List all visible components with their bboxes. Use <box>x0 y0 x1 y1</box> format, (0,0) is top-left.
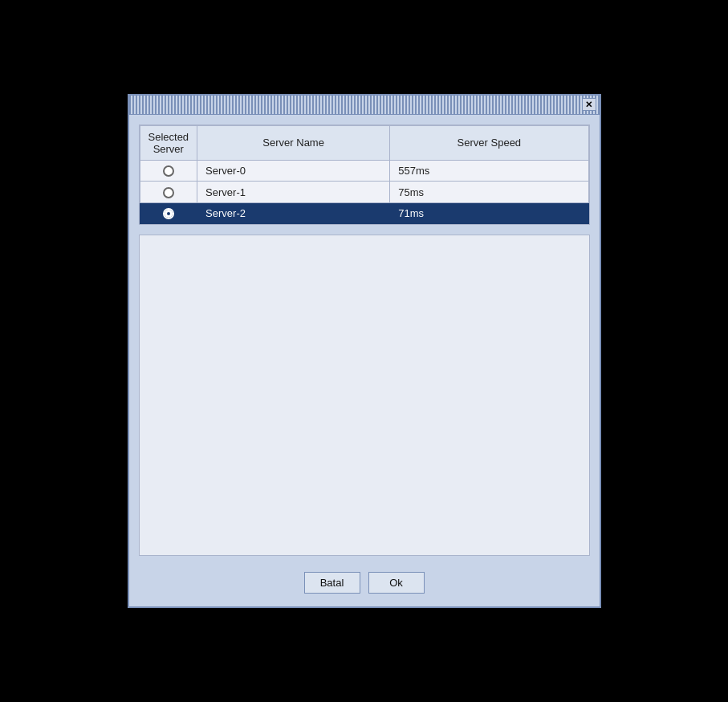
radio-icon-unselected <box>163 187 174 198</box>
radio-icon-selected <box>163 208 174 219</box>
server-speed-cell: 71ms <box>390 202 588 224</box>
empty-content-area <box>139 235 590 556</box>
server-name-cell: Server-2 <box>197 202 390 224</box>
ok-button[interactable]: Ok <box>368 572 425 594</box>
radio-cell[interactable] <box>140 160 197 182</box>
radio-icon-unselected <box>163 165 174 177</box>
server-name-cell: Server-1 <box>197 182 390 203</box>
radio-cell[interactable] <box>140 202 197 224</box>
server-speed-cell: 557ms <box>390 160 588 182</box>
server-table: Selected Server Server Name Server Speed… <box>140 125 589 225</box>
server-table-container: Selected Server Server Name Server Speed… <box>139 124 590 226</box>
server-selection-dialog: ✕ Selected Server Server Name Server Spe… <box>128 94 601 609</box>
close-button[interactable]: ✕ <box>582 98 596 111</box>
col-server-name: Server Name <box>197 125 390 160</box>
server-speed-cell: 75ms <box>390 182 588 203</box>
table-row[interactable]: Server-0 557ms <box>140 160 588 182</box>
col-server-speed: Server Speed <box>390 125 588 160</box>
table-header-row: Selected Server Server Name Server Speed <box>140 125 588 160</box>
radio-cell[interactable] <box>140 182 197 203</box>
dialog-body: Selected Server Server Name Server Speed… <box>129 115 600 607</box>
server-name-cell: Server-0 <box>197 160 390 182</box>
cancel-button[interactable]: Batal <box>304 572 360 594</box>
table-row[interactable]: Server-1 75ms <box>140 182 588 203</box>
col-selected-server: Selected Server <box>140 125 197 160</box>
button-row: Batal Ok <box>139 565 590 597</box>
title-bar: ✕ <box>129 96 600 115</box>
table-row-selected[interactable]: Server-2 71ms <box>140 202 588 224</box>
